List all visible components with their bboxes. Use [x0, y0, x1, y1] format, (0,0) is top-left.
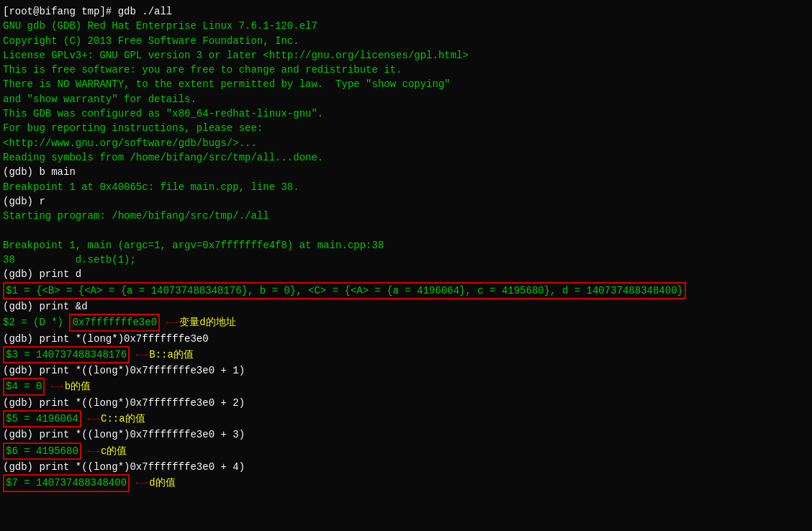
double-arrow-6: →: [94, 444, 99, 458]
line-17: Breakpoint 1, main (argc=1, argv=0x7ffff…: [3, 238, 809, 253]
line-12: (gdb) b main: [3, 165, 809, 179]
annotation-7: d的值: [149, 476, 175, 490]
line-2: GNU gdb (GDB) Red Hat Enterprise Linux 7…: [3, 19, 809, 33]
line-6: There is NO WARRANTY, to the extent perm…: [3, 77, 809, 91]
terminal: [root@bifang tmp]# gdb ./all GNU gdb (GD…: [0, 0, 812, 531]
line-blank: [3, 223, 809, 237]
result-6-boxed: $6 = 4195680: [3, 442, 81, 460]
line-9: For bug reporting instructions, please s…: [3, 121, 809, 135]
line-24-result: $3 = 140737488348176 ←→B::a的值: [3, 346, 809, 363]
arrow-3: ←: [130, 348, 142, 362]
line-23: (gdb) print *(long*)0x7fffffffe3e0: [3, 332, 809, 346]
double-arrow-3: →: [142, 348, 148, 362]
line-15: Starting program: /home/bifang/src/tmp/.…: [3, 209, 809, 223]
line-8: This GDB was configured as "x86_64-redha…: [3, 106, 809, 121]
line-5: This is free software: you are free to c…: [3, 63, 809, 77]
annotation-3: B::a的值: [149, 348, 194, 362]
line-10: <http://www.gnu.org/software/gdb/bugs/>.…: [3, 136, 809, 150]
line-3: Copyright (C) 2013 Free Software Foundat…: [3, 34, 809, 48]
result-1: $1 = {<B> = {<A> = {a = 140737488348176}…: [3, 282, 686, 299]
line-4: License GPLv3+: GNU GPL version 3 or lat…: [3, 48, 809, 63]
line-32-result: $7 = 140737488348400 ←→d的值: [3, 474, 809, 491]
line-26-result: $4 = 0 ←→b的值: [3, 378, 809, 395]
line-13: Breakpoint 1 at 0x40065c: file main.cpp,…: [3, 180, 809, 194]
result-2-prefix: $2 = (D *): [3, 315, 69, 330]
line-1: [root@bifang tmp]# gdb ./all: [3, 4, 809, 19]
result-2-boxed: 0x7fffffffe3e0: [69, 314, 160, 331]
annotation-5: C::a的值: [101, 412, 145, 426]
arrow-5: ←: [81, 412, 94, 426]
result-7-boxed: $7 = 140737488348400: [3, 474, 130, 491]
result-5-boxed: $5 = 4196064: [3, 410, 81, 427]
line-11: Reading symbols from /home/bifang/src/tm…: [3, 150, 809, 165]
annotation-2: 变量d的地址: [179, 315, 235, 330]
line-7: and "show warranty" for details.: [3, 92, 809, 106]
double-arrow-5: →: [94, 412, 99, 426]
line-19: (gdb) print d: [3, 267, 809, 281]
line-20-result: $1 = {<B> = {<A> = {a = 140737488348176}…: [3, 282, 809, 299]
line-14: (gdb) r: [3, 194, 809, 209]
arrow-2: ←: [160, 315, 172, 330]
line-22-result: $2 = (D *) 0x7fffffffe3e0 ←→变量d的地址: [3, 314, 809, 331]
line-31: (gdb) print *((long*)0x7fffffffe3e0 + 4): [3, 460, 809, 474]
annotation-4: b的值: [65, 379, 91, 394]
line-18: 38 d.setb(1);: [3, 253, 809, 267]
line-27: (gdb) print *((long*)0x7fffffffe3e0 + 2): [3, 396, 809, 410]
double-arrow-7: →: [142, 476, 148, 490]
line-21: (gdb) print &d: [3, 299, 809, 314]
arrow-6: ←: [81, 444, 94, 458]
line-30-result: $6 = 4195680 ←→c的值: [3, 442, 809, 460]
result-3-boxed: $3 = 140737488348176: [3, 346, 130, 363]
arrow-4: ←: [45, 379, 57, 394]
line-29: (gdb) print *((long*)0x7fffffffe3e0 + 3): [3, 427, 809, 442]
double-arrow-2: →: [172, 315, 178, 330]
double-arrow-4: →: [57, 379, 63, 394]
arrow-7: ←: [130, 476, 142, 490]
result-4-boxed: $4 = 0: [3, 378, 45, 395]
line-25: (gdb) print *((long*)0x7fffffffe3e0 + 1): [3, 363, 809, 378]
annotation-6: c的值: [101, 444, 127, 458]
line-28-result: $5 = 4196064 ←→C::a的值: [3, 410, 809, 427]
